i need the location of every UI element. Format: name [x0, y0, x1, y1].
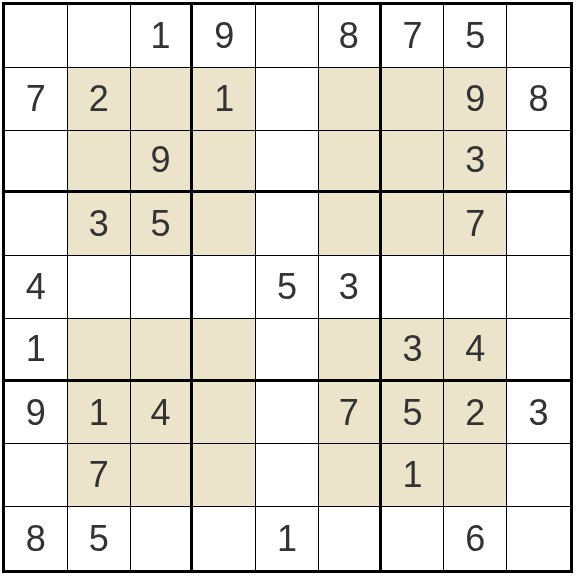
cell-r8-c5[interactable]: [319, 507, 382, 570]
cell-r8-c0[interactable]: 8: [5, 507, 68, 570]
cell-r2-c3[interactable]: [193, 131, 256, 194]
cell-r3-c4[interactable]: [256, 193, 319, 256]
cell-r7-c2[interactable]: [131, 444, 194, 507]
cell-r2-c8[interactable]: [507, 131, 570, 194]
cell-r0-c2[interactable]: 1: [131, 5, 194, 68]
cell-r8-c7[interactable]: 6: [444, 507, 507, 570]
cell-r7-c7[interactable]: [444, 444, 507, 507]
cell-r6-c2[interactable]: 4: [131, 382, 194, 445]
cell-r3-c2[interactable]: 5: [131, 193, 194, 256]
cell-r5-c7[interactable]: 4: [444, 319, 507, 382]
cell-r3-c6[interactable]: [382, 193, 445, 256]
cell-r4-c7[interactable]: [444, 256, 507, 319]
sudoku-board: 1987572198933574531349147523718516: [2, 2, 573, 573]
cell-r8-c4[interactable]: 1: [256, 507, 319, 570]
cell-r2-c0[interactable]: [5, 131, 68, 194]
cell-r7-c0[interactable]: [5, 444, 68, 507]
cell-r1-c3[interactable]: 1: [193, 68, 256, 131]
cell-r2-c5[interactable]: [319, 131, 382, 194]
cell-r4-c2[interactable]: [131, 256, 194, 319]
cell-r3-c1[interactable]: 3: [68, 193, 131, 256]
cell-r1-c6[interactable]: [382, 68, 445, 131]
cell-r6-c1[interactable]: 1: [68, 382, 131, 445]
cell-r8-c3[interactable]: [193, 507, 256, 570]
cell-r7-c4[interactable]: [256, 444, 319, 507]
cell-r4-c3[interactable]: [193, 256, 256, 319]
cell-r3-c3[interactable]: [193, 193, 256, 256]
cell-r3-c5[interactable]: [319, 193, 382, 256]
cell-r0-c3[interactable]: 9: [193, 5, 256, 68]
cell-r4-c8[interactable]: [507, 256, 570, 319]
cell-r4-c6[interactable]: [382, 256, 445, 319]
cell-r8-c1[interactable]: 5: [68, 507, 131, 570]
cell-r0-c6[interactable]: 7: [382, 5, 445, 68]
cell-r6-c8[interactable]: 3: [507, 382, 570, 445]
cell-r5-c0[interactable]: 1: [5, 319, 68, 382]
cell-r5-c4[interactable]: [256, 319, 319, 382]
cell-r4-c4[interactable]: 5: [256, 256, 319, 319]
cell-r5-c8[interactable]: [507, 319, 570, 382]
cell-r3-c8[interactable]: [507, 193, 570, 256]
cell-r7-c6[interactable]: 1: [382, 444, 445, 507]
cell-r2-c7[interactable]: 3: [444, 131, 507, 194]
cell-r5-c1[interactable]: [68, 319, 131, 382]
cell-r0-c4[interactable]: [256, 5, 319, 68]
cell-r7-c8[interactable]: [507, 444, 570, 507]
cell-r0-c7[interactable]: 5: [444, 5, 507, 68]
cell-r2-c4[interactable]: [256, 131, 319, 194]
cell-r6-c7[interactable]: 2: [444, 382, 507, 445]
cell-r0-c8[interactable]: [507, 5, 570, 68]
cell-r1-c0[interactable]: 7: [5, 68, 68, 131]
cell-r2-c6[interactable]: [382, 131, 445, 194]
cell-r6-c4[interactable]: [256, 382, 319, 445]
cell-r5-c6[interactable]: 3: [382, 319, 445, 382]
cell-r1-c8[interactable]: 8: [507, 68, 570, 131]
cell-r5-c3[interactable]: [193, 319, 256, 382]
cell-r1-c2[interactable]: [131, 68, 194, 131]
cell-r1-c4[interactable]: [256, 68, 319, 131]
cell-r6-c5[interactable]: 7: [319, 382, 382, 445]
cell-r6-c0[interactable]: 9: [5, 382, 68, 445]
cell-r3-c0[interactable]: [5, 193, 68, 256]
cell-r7-c1[interactable]: 7: [68, 444, 131, 507]
cell-r6-c6[interactable]: 5: [382, 382, 445, 445]
cell-r0-c0[interactable]: [5, 5, 68, 68]
cell-r5-c5[interactable]: [319, 319, 382, 382]
cell-r4-c5[interactable]: 3: [319, 256, 382, 319]
cell-r4-c0[interactable]: 4: [5, 256, 68, 319]
cell-r6-c3[interactable]: [193, 382, 256, 445]
cell-r2-c1[interactable]: [68, 131, 131, 194]
cell-r5-c2[interactable]: [131, 319, 194, 382]
cell-r4-c1[interactable]: [68, 256, 131, 319]
cell-r8-c2[interactable]: [131, 507, 194, 570]
cell-r1-c5[interactable]: [319, 68, 382, 131]
cell-r8-c8[interactable]: [507, 507, 570, 570]
cell-r7-c3[interactable]: [193, 444, 256, 507]
cell-r8-c6[interactable]: [382, 507, 445, 570]
cell-r0-c5[interactable]: 8: [319, 5, 382, 68]
cell-r1-c1[interactable]: 2: [68, 68, 131, 131]
cell-r2-c2[interactable]: 9: [131, 131, 194, 194]
cell-r7-c5[interactable]: [319, 444, 382, 507]
cell-r1-c7[interactable]: 9: [444, 68, 507, 131]
cell-r3-c7[interactable]: 7: [444, 193, 507, 256]
cell-r0-c1[interactable]: [68, 5, 131, 68]
